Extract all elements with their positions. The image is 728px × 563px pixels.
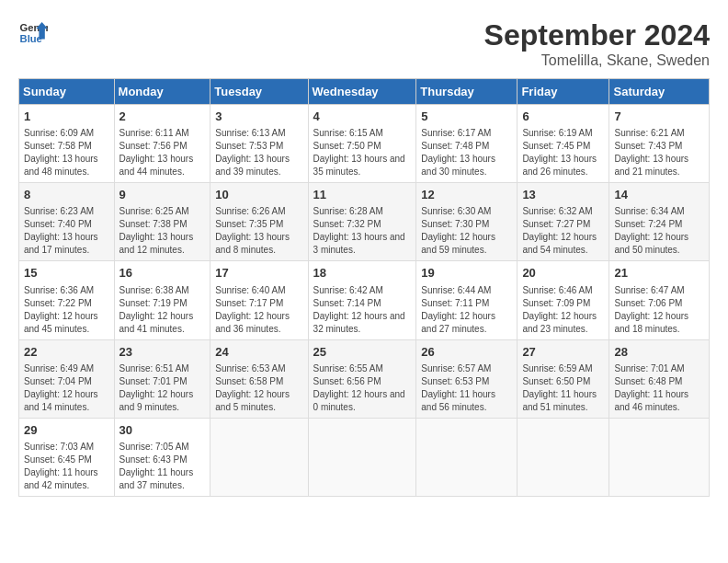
day-info-line: Sunrise: 6:51 AM: [119, 362, 206, 375]
day-info-line: Sunset: 6:43 PM: [119, 454, 206, 466]
table-row: 21Sunrise: 6:47 AMSunset: 7:06 PMDayligh…: [609, 261, 710, 339]
day-number: 25: [313, 344, 412, 361]
day-number: 5: [421, 109, 512, 125]
day-number: 21: [614, 265, 704, 282]
table-row: [416, 418, 518, 496]
table-row: [308, 418, 416, 496]
day-info-line: Sunset: 7:06 PM: [614, 297, 704, 310]
day-info-line: Sunset: 7:09 PM: [522, 297, 604, 310]
day-info-line: Sunrise: 6:47 AM: [614, 284, 704, 297]
table-row: 30Sunrise: 7:05 AMSunset: 6:43 PMDayligh…: [114, 418, 210, 496]
day-info-line: Sunrise: 6:21 AM: [614, 127, 704, 140]
table-row: 11Sunrise: 6:28 AMSunset: 7:32 PMDayligh…: [308, 183, 416, 261]
day-info-line: Sunrise: 6:09 AM: [24, 127, 109, 140]
day-number: 15: [24, 265, 109, 282]
day-info-line: Sunset: 7:45 PM: [522, 140, 604, 153]
title-area: September 2024 Tomelilla, Skane, Sweden: [484, 18, 710, 69]
calendar-table: Sunday Monday Tuesday Wednesday Thursday…: [18, 78, 710, 497]
calendar-week-row: 22Sunrise: 6:49 AMSunset: 7:04 PMDayligh…: [19, 339, 710, 418]
day-info-line: Daylight: 11 hours and 37 minutes.: [119, 466, 206, 492]
day-info-line: Daylight: 12 hours and 27 minutes.: [421, 310, 512, 336]
calendar-week-row: 8Sunrise: 6:23 AMSunset: 7:40 PMDaylight…: [19, 183, 710, 261]
day-info-line: Sunrise: 6:42 AM: [313, 284, 412, 297]
logo: General Blue: [18, 18, 48, 48]
day-info-line: Daylight: 12 hours and 23 minutes.: [522, 310, 604, 336]
day-info-line: Sunrise: 6:13 AM: [215, 127, 302, 140]
day-info-line: Daylight: 13 hours and 44 minutes.: [119, 153, 206, 178]
day-number: 11: [313, 187, 412, 203]
day-number: 7: [614, 109, 704, 125]
day-info-line: Sunset: 7:22 PM: [24, 297, 109, 310]
day-number: 22: [24, 344, 109, 361]
day-info-line: Sunrise: 6:53 AM: [215, 362, 302, 375]
page-title: September 2024: [484, 18, 710, 52]
day-info-line: Sunrise: 7:03 AM: [24, 441, 109, 454]
day-info-line: Daylight: 13 hours and 12 minutes.: [119, 231, 206, 257]
day-number: 19: [421, 265, 512, 282]
day-info-line: Sunset: 6:45 PM: [24, 454, 109, 466]
day-info-line: Daylight: 12 hours and 36 minutes.: [215, 310, 302, 336]
day-number: 28: [614, 344, 704, 361]
table-row: 3Sunrise: 6:13 AMSunset: 7:53 PMDaylight…: [210, 105, 308, 183]
day-info-line: Sunset: 7:30 PM: [421, 218, 512, 231]
table-row: 23Sunrise: 6:51 AMSunset: 7:01 PMDayligh…: [114, 339, 210, 418]
day-info-line: Sunset: 7:24 PM: [614, 218, 704, 231]
day-info-line: Sunset: 7:58 PM: [24, 140, 109, 153]
day-info-line: Daylight: 13 hours and 39 minutes.: [215, 153, 302, 178]
day-info-line: Sunset: 7:50 PM: [313, 140, 412, 153]
table-row: 15Sunrise: 6:36 AMSunset: 7:22 PMDayligh…: [19, 261, 115, 339]
table-row: 17Sunrise: 6:40 AMSunset: 7:17 PMDayligh…: [210, 261, 308, 339]
day-info-line: Sunset: 6:58 PM: [215, 375, 302, 388]
table-row: 16Sunrise: 6:38 AMSunset: 7:19 PMDayligh…: [114, 261, 210, 339]
table-row: 28Sunrise: 7:01 AMSunset: 6:48 PMDayligh…: [609, 339, 710, 418]
table-row: 7Sunrise: 6:21 AMSunset: 7:43 PMDaylight…: [609, 105, 710, 183]
day-number: 24: [215, 344, 302, 361]
day-info-line: Daylight: 11 hours and 42 minutes.: [24, 466, 109, 492]
day-info-line: Daylight: 12 hours and 9 minutes.: [119, 388, 206, 414]
table-row: 24Sunrise: 6:53 AMSunset: 6:58 PMDayligh…: [210, 339, 308, 418]
day-info-line: Sunrise: 6:26 AM: [215, 205, 302, 218]
calendar-week-row: 29Sunrise: 7:03 AMSunset: 6:45 PMDayligh…: [19, 418, 710, 496]
day-info-line: Sunrise: 6:15 AM: [313, 127, 412, 140]
col-sunday: Sunday: [19, 79, 115, 105]
day-number: 8: [24, 187, 109, 203]
calendar-week-row: 15Sunrise: 6:36 AMSunset: 7:22 PMDayligh…: [19, 261, 710, 339]
table-row: 10Sunrise: 6:26 AMSunset: 7:35 PMDayligh…: [210, 183, 308, 261]
day-info-line: Sunset: 7:38 PM: [119, 218, 206, 231]
table-row: 13Sunrise: 6:32 AMSunset: 7:27 PMDayligh…: [518, 183, 609, 261]
day-info-line: Sunrise: 6:36 AM: [24, 284, 109, 297]
day-number: 3: [215, 109, 302, 125]
day-info-line: Sunrise: 6:38 AM: [119, 284, 206, 297]
day-number: 23: [119, 344, 206, 361]
page-subtitle: Tomelilla, Skane, Sweden: [484, 52, 710, 69]
day-number: 13: [522, 187, 604, 203]
day-number: 2: [119, 109, 206, 125]
day-info-line: Daylight: 13 hours and 17 minutes.: [24, 231, 109, 257]
day-info-line: Sunset: 6:56 PM: [313, 375, 412, 388]
day-info-line: Sunrise: 6:25 AM: [119, 205, 206, 218]
col-monday: Monday: [114, 79, 210, 105]
day-info-line: Sunrise: 6:59 AM: [522, 362, 604, 375]
day-info-line: Sunrise: 6:40 AM: [215, 284, 302, 297]
table-row: 5Sunrise: 6:17 AMSunset: 7:48 PMDaylight…: [416, 105, 518, 183]
table-row: 12Sunrise: 6:30 AMSunset: 7:30 PMDayligh…: [416, 183, 518, 261]
table-row: 22Sunrise: 6:49 AMSunset: 7:04 PMDayligh…: [19, 339, 115, 418]
table-row: 8Sunrise: 6:23 AMSunset: 7:40 PMDaylight…: [19, 183, 115, 261]
table-row: [609, 418, 710, 496]
day-info-line: Sunrise: 6:44 AM: [421, 284, 512, 297]
day-number: 14: [614, 187, 704, 203]
day-info-line: Daylight: 13 hours and 26 minutes.: [522, 153, 604, 178]
day-info-line: Sunrise: 6:30 AM: [421, 205, 512, 218]
day-info-line: Sunset: 6:48 PM: [614, 375, 704, 388]
day-info-line: Daylight: 11 hours and 51 minutes.: [522, 388, 604, 414]
table-row: 18Sunrise: 6:42 AMSunset: 7:14 PMDayligh…: [308, 261, 416, 339]
day-info-line: Sunrise: 6:49 AM: [24, 362, 109, 375]
day-info-line: Sunset: 7:40 PM: [24, 218, 109, 231]
day-info-line: Daylight: 11 hours and 56 minutes.: [421, 388, 512, 414]
table-row: 6Sunrise: 6:19 AMSunset: 7:45 PMDaylight…: [518, 105, 609, 183]
day-info-line: Sunset: 7:35 PM: [215, 218, 302, 231]
day-number: 12: [421, 187, 512, 203]
table-row: [210, 418, 308, 496]
calendar-header-row: Sunday Monday Tuesday Wednesday Thursday…: [19, 79, 710, 105]
day-info-line: Sunrise: 7:01 AM: [614, 362, 704, 375]
